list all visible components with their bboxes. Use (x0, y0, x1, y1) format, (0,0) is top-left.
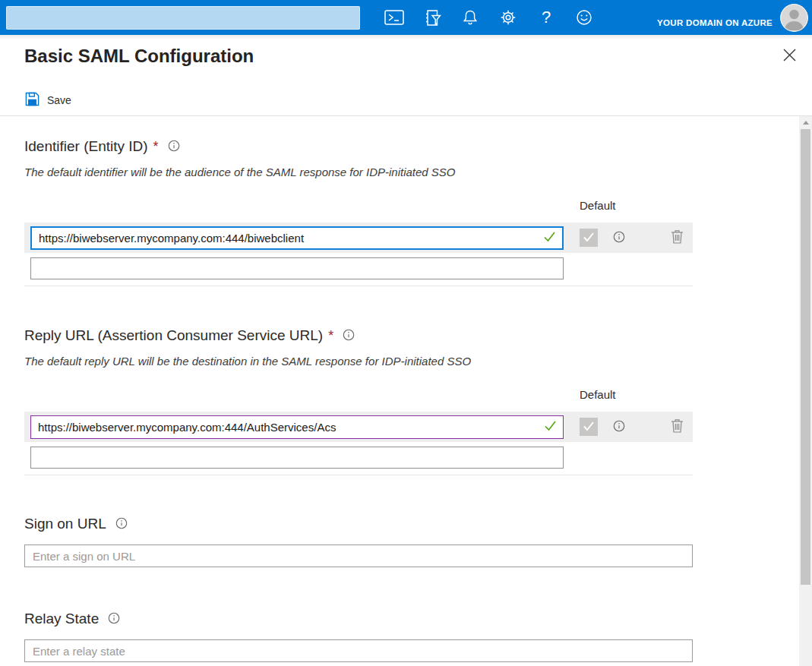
info-icon (613, 420, 625, 434)
sign-on-url-input[interactable] (24, 544, 693, 567)
relay-state-section-title: Relay State (24, 610, 99, 628)
reply-url-description: The default reply URL will be the destin… (24, 355, 693, 368)
scrollbar-up-button[interactable] (799, 116, 812, 129)
identifier-row-2 (30, 257, 693, 279)
identifier-section-title: Identifier (Entity ID) (24, 137, 148, 156)
account-domain-label: YOUR DOMAIN ON AZURE (657, 18, 773, 27)
identifier-section: Identifier (Entity ID) * The default ide… (24, 137, 693, 286)
form-scroll-area: Identifier (Entity ID) * The default ide… (0, 116, 812, 666)
relay-state-info-button[interactable] (108, 612, 120, 627)
reply-url-input[interactable] (31, 421, 544, 434)
identifier-url-input-new[interactable] (30, 257, 564, 279)
directory-filter-button[interactable] (413, 0, 451, 35)
scroll-up-arrow-icon (803, 121, 809, 125)
sign-on-url-info-button[interactable] (115, 517, 128, 532)
info-icon (343, 329, 355, 343)
default-checkbox[interactable] (580, 418, 598, 436)
required-asterisk: * (328, 327, 333, 345)
default-checkbox[interactable] (580, 229, 598, 247)
delete-row-button[interactable] (671, 229, 684, 246)
save-icon (25, 92, 39, 109)
feedback-button[interactable] (565, 0, 603, 35)
default-info-button[interactable] (613, 420, 625, 434)
sign-on-url-section: Sign on URL (24, 515, 693, 567)
reply-url-input-new[interactable] (30, 447, 564, 469)
reply-url-section-title: Reply URL (Assertion Consumer Service UR… (24, 327, 323, 345)
relay-state-section: Relay State (24, 610, 693, 662)
vertical-scrollbar[interactable] (799, 116, 812, 666)
page-title: Basic SAML Configuration (24, 44, 788, 68)
reply-url-row-1 (24, 412, 693, 442)
settings-button[interactable] (489, 0, 527, 35)
checkbox-check-icon (583, 421, 595, 434)
close-icon (783, 49, 796, 64)
directory-filter-icon (424, 9, 441, 27)
help-button[interactable]: ? (527, 0, 565, 35)
question-mark-icon: ? (542, 9, 551, 26)
global-search-input[interactable] (6, 6, 360, 30)
azure-portal-window: ? YOUR DOMAIN ON AZURE (0, 0, 812, 666)
default-info-button[interactable] (613, 231, 625, 245)
avatar[interactable] (780, 4, 808, 32)
command-toolbar: Save (0, 85, 812, 115)
info-icon (613, 231, 625, 245)
notifications-button[interactable] (451, 0, 489, 35)
identifier-info-button[interactable] (168, 140, 180, 154)
reply-url-info-button[interactable] (343, 329, 355, 343)
valid-check-icon (543, 231, 556, 245)
info-icon (115, 517, 128, 532)
save-button-label: Save (47, 94, 71, 106)
identifier-url-input[interactable] (32, 232, 543, 245)
section-divider (24, 475, 693, 475)
topbar: ? YOUR DOMAIN ON AZURE (0, 0, 812, 35)
cloud-shell-button[interactable] (375, 0, 413, 35)
checkbox-check-icon (583, 232, 595, 245)
smiley-icon (575, 8, 593, 27)
reply-url-row-2 (30, 447, 693, 469)
close-button[interactable] (777, 44, 801, 68)
reply-url-input-wrap (30, 415, 564, 439)
relay-state-input[interactable] (24, 639, 693, 662)
info-icon (108, 612, 120, 627)
identifier-url-input-wrap (30, 226, 564, 250)
panel-header: Basic SAML Configuration (0, 35, 812, 85)
reply-url-section: Reply URL (Assertion Consumer Service UR… (24, 327, 693, 475)
identifier-description: The default identifier will be the audie… (24, 166, 693, 178)
cloud-shell-icon (384, 10, 404, 25)
default-column-header: Default (24, 388, 693, 402)
form-content: Identifier (Entity ID) * The default ide… (0, 137, 799, 666)
gear-icon (499, 8, 517, 27)
identifier-row-1 (24, 223, 693, 253)
trash-icon (671, 418, 684, 435)
info-icon (168, 140, 180, 154)
default-column-header: Default (24, 199, 693, 213)
sign-on-url-section-title: Sign on URL (24, 515, 106, 533)
required-asterisk: * (153, 137, 159, 156)
trash-icon (671, 229, 684, 246)
save-button[interactable]: Save (25, 92, 71, 109)
scrollbar-thumb[interactable] (801, 129, 810, 585)
delete-row-button[interactable] (671, 418, 684, 435)
bell-icon (461, 9, 479, 26)
valid-check-icon (544, 420, 557, 434)
section-divider (24, 286, 693, 286)
topbar-icons: ? (375, 0, 603, 35)
